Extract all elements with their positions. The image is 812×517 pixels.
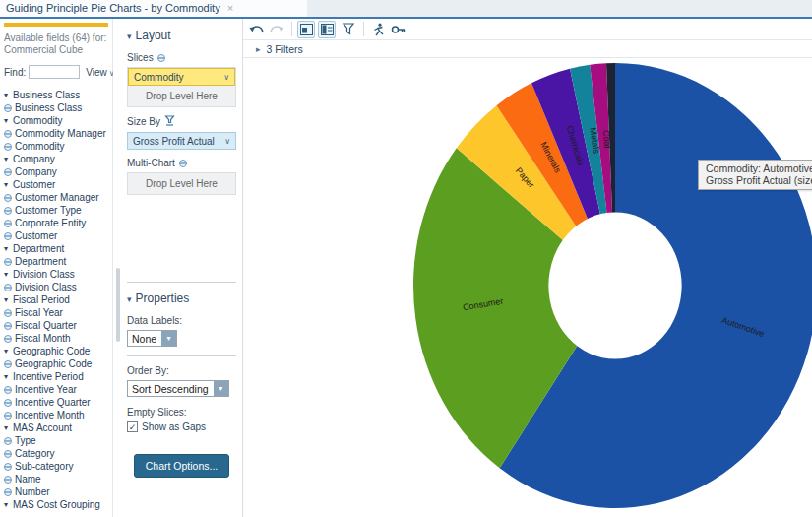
field-item[interactable]: Fiscal Month xyxy=(4,332,112,345)
filter-funnel-icon[interactable] xyxy=(339,20,358,39)
field-group[interactable]: ▾Geographic Code xyxy=(4,345,112,357)
tab-active[interactable]: Guiding Principle Pie Charts - by Commod… xyxy=(0,0,241,17)
field-label: Department xyxy=(13,243,64,254)
redo-icon[interactable] xyxy=(267,20,286,39)
field-item[interactable]: Department xyxy=(4,255,112,268)
field-icon xyxy=(4,194,12,202)
tree-caret-icon[interactable]: ▾ xyxy=(4,347,13,355)
field-item[interactable]: Fiscal Year xyxy=(4,306,112,319)
field-icon xyxy=(4,488,12,496)
table-panel-toggle-icon[interactable] xyxy=(318,21,336,38)
tree-caret-icon[interactable]: ▾ xyxy=(4,295,13,304)
undo-icon[interactable] xyxy=(247,20,267,39)
order-by-select[interactable]: Sort Descending ▾ xyxy=(127,380,229,397)
field-item[interactable]: Division Class xyxy=(4,281,112,293)
field-item[interactable]: Sub-category xyxy=(4,460,112,473)
field-group[interactable]: ▾Division Class xyxy=(4,268,112,281)
scrollbar-thumb[interactable] xyxy=(116,268,120,342)
collapse-caret-icon: ▾ xyxy=(127,32,132,41)
field-icon xyxy=(4,412,12,420)
tree-caret-icon[interactable]: ▾ xyxy=(4,270,13,279)
field-item[interactable]: Customer Type xyxy=(4,204,112,217)
chart-toolbar xyxy=(243,19,812,40)
tree-caret-icon[interactable]: ▾ xyxy=(4,91,13,99)
field-label: MAS Account xyxy=(13,422,72,433)
panel-gap xyxy=(113,19,123,517)
field-label: Customer Type xyxy=(15,205,82,216)
properties-section-title[interactable]: ▾Properties xyxy=(127,291,236,305)
panel-layout-toggle-icon[interactable] xyxy=(297,21,315,38)
view-dropdown[interactable]: View∨ xyxy=(86,67,114,78)
tab-close-icon[interactable]: × xyxy=(227,2,233,14)
field-icon xyxy=(4,399,12,407)
field-icon xyxy=(4,220,12,227)
toolbar-separator xyxy=(363,22,364,36)
tree-caret-icon[interactable]: ▾ xyxy=(4,500,13,509)
field-group[interactable]: ▾Commodity xyxy=(4,114,112,127)
tree-caret-icon[interactable]: ▾ xyxy=(4,244,13,253)
order-by-label: Order By: xyxy=(127,365,236,376)
field-item[interactable]: Incentive Month xyxy=(4,409,112,421)
field-item[interactable]: Category xyxy=(4,447,112,460)
field-item[interactable]: Commodity Manager xyxy=(4,127,112,140)
field-group[interactable]: ▾Customer xyxy=(4,178,112,191)
show-as-gaps-checkbox[interactable]: ✓ xyxy=(127,421,138,432)
slices-drop-zone[interactable]: Drop Level Here xyxy=(128,86,235,106)
field-item[interactable]: Geographic Code xyxy=(4,357,112,370)
available-fields-line1: Available fields (64) for: xyxy=(4,32,112,44)
tree-caret-icon[interactable]: ▾ xyxy=(4,423,13,432)
toolbar-separator xyxy=(291,22,292,36)
field-group[interactable]: ▾Company xyxy=(4,153,112,165)
field-item[interactable]: Customer Manager xyxy=(4,191,112,204)
field-label: Customer xyxy=(13,179,55,190)
tree-caret-icon[interactable]: ▾ xyxy=(4,155,13,163)
field-item[interactable]: Customer xyxy=(4,229,112,242)
tree-caret-icon[interactable]: ▾ xyxy=(4,116,13,125)
field-group[interactable]: ▾Incentive Period xyxy=(4,370,112,383)
tree-caret-icon[interactable]: ▾ xyxy=(4,372,13,381)
data-labels-select[interactable]: None ▾ xyxy=(127,330,177,347)
key-icon[interactable] xyxy=(389,20,408,39)
field-label: Division Class xyxy=(15,282,77,292)
field-item[interactable]: Business Class xyxy=(4,101,112,114)
size-by-select[interactable]: Gross Profit Actual ∨ xyxy=(127,132,236,150)
sidebar-accent-bar xyxy=(4,23,108,27)
field-group[interactable]: ▾Fiscal Period xyxy=(4,293,112,306)
field-icon xyxy=(4,309,12,317)
field-icon xyxy=(4,450,12,458)
find-input[interactable] xyxy=(29,65,80,79)
runner-icon[interactable] xyxy=(369,20,389,39)
field-group[interactable]: ▾MAS Account xyxy=(4,421,112,434)
field-label: Company xyxy=(15,166,57,177)
tab-bar: Guiding Principle Pie Charts - by Commod… xyxy=(0,0,812,19)
collapse-caret-icon: ▾ xyxy=(127,294,132,304)
field-group[interactable]: ▾MAS Cost Grouping xyxy=(4,498,112,511)
chart-options-button[interactable]: Chart Options... xyxy=(134,454,230,478)
field-group[interactable]: ▾Department xyxy=(4,242,112,255)
field-icon xyxy=(4,207,12,215)
tab-title: Guiding Principle Pie Charts - by Commod… xyxy=(6,2,220,14)
tree-caret-icon[interactable]: ▾ xyxy=(4,180,13,189)
field-item[interactable]: Corporate Entity xyxy=(4,217,112,229)
field-icon xyxy=(4,360,12,368)
field-item[interactable]: Name xyxy=(4,473,112,485)
layout-section-title[interactable]: ▾Layout xyxy=(127,29,236,42)
field-label: Corporate Entity xyxy=(15,218,86,228)
field-item[interactable]: Incentive Year xyxy=(4,383,112,396)
field-item[interactable]: Type xyxy=(4,434,112,447)
field-item[interactable]: Incentive Quarter xyxy=(4,396,112,409)
field-item[interactable]: Company xyxy=(4,165,112,178)
field-group[interactable]: ▾Business Class xyxy=(4,89,112,101)
multi-chart-drop-zone[interactable]: Drop Level Here xyxy=(127,172,236,195)
data-labels-label: Data Labels: xyxy=(127,315,236,326)
field-item[interactable]: Fiscal Quarter xyxy=(4,319,112,332)
globe-icon xyxy=(179,160,187,167)
field-item[interactable]: Commodity xyxy=(4,140,112,153)
filters-expander[interactable]: ▸ 3 Filters xyxy=(243,40,812,58)
slices-select[interactable]: Commodity ∨ xyxy=(128,68,235,86)
empty-slices-label: Empty Slices: xyxy=(127,407,236,418)
field-icon xyxy=(4,463,12,471)
field-tree: ▾Business ClassBusiness Class▾CommodityC… xyxy=(4,89,112,511)
field-label: Fiscal Month xyxy=(15,333,71,344)
field-item[interactable]: Number xyxy=(4,485,112,498)
